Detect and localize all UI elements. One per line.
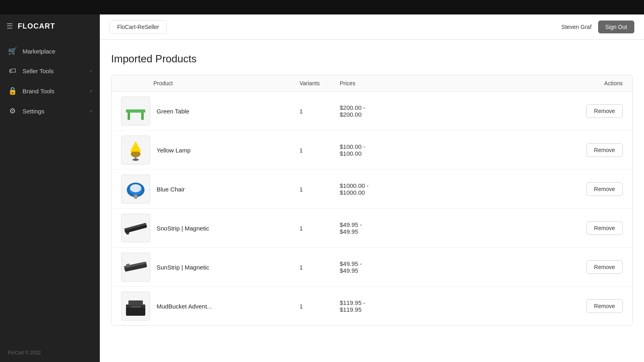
price-range: $200.00 -$200.00 — [340, 104, 420, 118]
variants-count: 1 — [299, 264, 340, 271]
menu-icon[interactable]: ☰ — [6, 22, 13, 31]
variants-count: 1 — [299, 225, 340, 232]
product-name: Green Table — [153, 108, 299, 115]
svg-rect-2 — [141, 113, 144, 120]
table-row: MudBucket Advent... 1 $119.95 -$119.95 R… — [111, 287, 632, 325]
col-empty — [420, 80, 566, 86]
svg-rect-19 — [128, 300, 143, 305]
product-name: MudBucket Advent... — [153, 303, 299, 310]
col-prices: Prices — [340, 80, 420, 86]
top-bar — [0, 0, 644, 14]
user-name: Steven Graf — [561, 24, 592, 30]
svg-rect-0 — [126, 109, 145, 113]
svg-rect-5 — [135, 154, 136, 159]
table-row: SunStrip | Magnetic 1 $49.95 -$49.95 Rem… — [111, 248, 632, 287]
remove-button[interactable]: Remove — [586, 143, 623, 157]
svg-rect-10 — [134, 195, 137, 199]
page-body: Imported Products Product Variants Price… — [100, 40, 644, 362]
sidebar-item-seller-tools[interactable]: 🏷 Seller Tools › — [0, 61, 100, 81]
col-variants: Variants — [299, 80, 340, 86]
product-name: Yellow Lamp — [153, 147, 299, 154]
col-thumb — [121, 80, 153, 86]
variants-count: 1 — [299, 108, 340, 115]
sidebar-item-label: Brand Tools — [23, 88, 85, 95]
marketplace-icon: 🛒 — [8, 47, 17, 56]
remove-button[interactable]: Remove — [586, 299, 623, 313]
product-thumb — [121, 253, 150, 282]
sidebar-item-label: Marketplace — [23, 48, 92, 55]
store-tab[interactable]: FloCart-ReSeller — [109, 20, 167, 34]
price-range: $49.95 -$49.95 — [340, 260, 420, 274]
price-range: $1000.00 -$1000.00 — [340, 182, 420, 196]
price-range: $119.95 -$119.95 — [340, 299, 420, 313]
sidebar-item-label: Settings — [23, 108, 85, 115]
table-row: Yellow Lamp 1 $100.00 -$100.00 Remove — [111, 131, 632, 170]
main-header: FloCart-ReSeller Steven Graf Sign Out — [100, 14, 644, 40]
product-thumb — [121, 214, 150, 243]
sidebar-logo: FLOCART — [18, 22, 55, 31]
sign-out-button[interactable]: Sign Out — [598, 21, 634, 33]
variants-count: 1 — [299, 147, 340, 154]
sidebar-item-settings[interactable]: ⚙ Settings › — [0, 101, 100, 121]
price-range: $49.95 -$49.95 — [340, 221, 420, 235]
remove-button[interactable]: Remove — [586, 182, 623, 196]
header-right: Steven Graf Sign Out — [561, 21, 634, 33]
sidebar-item-label: Seller Tools — [23, 68, 85, 74]
sidebar: ☰ FLOCART 🛒 Marketplace 🏷 Seller Tools ›… — [0, 14, 100, 362]
main-content: FloCart-ReSeller Steven Graf Sign Out Im… — [100, 14, 644, 362]
product-thumb — [121, 136, 150, 165]
product-name: SnoStrip | Magnetic — [153, 225, 299, 232]
table-row: SnoStrip | Magnetic 1 $49.95 -$49.95 Rem… — [111, 209, 632, 248]
remove-button[interactable]: Remove — [586, 221, 623, 235]
price-range: $100.00 -$100.00 — [340, 143, 420, 157]
sidebar-footer: FloCart © 2022 — [0, 343, 100, 362]
col-product: Product — [153, 80, 299, 86]
products-table: Product Variants Prices Actions — [111, 75, 633, 326]
product-thumb — [121, 97, 150, 125]
table-header: Product Variants Prices Actions — [111, 75, 632, 92]
variants-count: 1 — [299, 186, 340, 193]
sidebar-header: ☰ FLOCART — [0, 14, 100, 38]
table-row: Green Table 1 $200.00 -$200.00 Remove — [111, 92, 632, 131]
product-name: Blue Chair — [153, 186, 299, 193]
product-thumb — [121, 175, 150, 204]
page-title: Imported Products — [111, 53, 633, 65]
chevron-right-icon: › — [90, 108, 92, 114]
product-name: SunStrip | Magnetic — [153, 264, 299, 271]
svg-rect-20 — [131, 306, 140, 308]
svg-marker-4 — [130, 141, 141, 152]
remove-button[interactable]: Remove — [586, 260, 623, 274]
svg-rect-16 — [126, 263, 130, 267]
svg-rect-1 — [128, 113, 130, 120]
product-thumb — [121, 292, 150, 321]
sidebar-item-brand-tools[interactable]: 🔒 Brand Tools › — [0, 81, 100, 101]
svg-point-6 — [132, 158, 139, 161]
svg-point-9 — [130, 184, 141, 192]
col-actions: Actions — [566, 80, 623, 86]
chevron-right-icon: › — [90, 68, 92, 74]
settings-icon: ⚙ — [8, 107, 17, 115]
sidebar-nav: 🛒 Marketplace 🏷 Seller Tools › 🔒 Brand T… — [0, 38, 100, 343]
svg-point-13 — [126, 231, 129, 234]
table-row: Blue Chair 1 $1000.00 -$1000.00 Remove — [111, 170, 632, 209]
brand-tools-icon: 🔒 — [8, 86, 17, 95]
remove-button[interactable]: Remove — [586, 104, 623, 118]
seller-tools-icon: 🏷 — [8, 67, 17, 75]
chevron-right-icon: › — [90, 88, 92, 94]
sidebar-item-marketplace[interactable]: 🛒 Marketplace — [0, 41, 100, 61]
variants-count: 1 — [299, 303, 340, 310]
